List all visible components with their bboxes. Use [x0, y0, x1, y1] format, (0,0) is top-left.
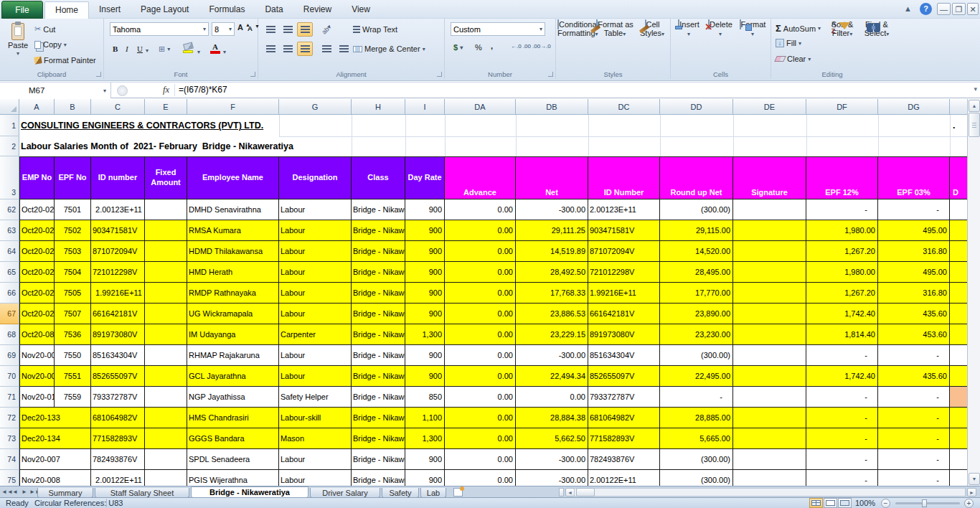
cell-DB65[interactable]: 28,492.50	[516, 262, 588, 283]
autosum-button[interactable]: ΣAutoSum▾	[776, 23, 821, 34]
cell-DB72[interactable]: 28,884.38	[516, 408, 588, 428]
cell-I75[interactable]: 900	[405, 470, 445, 486]
cell-A73[interactable]: Dec20-134	[19, 428, 91, 449]
cell-DB74[interactable]: -300.00	[516, 449, 588, 470]
cell-DD70[interactable]: 22,495.00	[660, 366, 733, 387]
horizontal-scrollbar[interactable]	[574, 488, 966, 497]
cell-E75[interactable]	[145, 470, 187, 486]
cell-I62[interactable]: 900	[405, 199, 445, 220]
cell-G66[interactable]: Labour	[279, 283, 352, 304]
cell-DD72[interactable]: 28,885.00	[660, 408, 733, 428]
sheet-tab-bridge-nikaweratiya[interactable]: Bridge - Nikaweratiya	[191, 486, 308, 498]
ribbon-tab-formulas[interactable]: Formulas	[199, 1, 255, 19]
cell-A71[interactable]: Nov20-01	[19, 387, 55, 408]
cell-H72[interactable]: Bridge - Nikawe	[352, 408, 405, 428]
align-top-button[interactable]	[263, 22, 278, 37]
underline-button[interactable]: U	[137, 44, 143, 53]
cell-DG64[interactable]: 316.80	[878, 241, 950, 262]
cell-C72[interactable]: 681064982V	[91, 408, 145, 428]
cell-F75[interactable]: PGIS Wijerathna	[187, 470, 279, 486]
zoom-slider-thumb[interactable]	[922, 499, 927, 507]
font-dialog-launcher-icon[interactable]	[250, 72, 255, 77]
cell-G67[interactable]: Labour	[279, 304, 352, 324]
cell-DC74[interactable]: 782493876V	[588, 449, 660, 470]
col-header-H[interactable]: H	[352, 99, 405, 115]
cell-DH68[interactable]	[950, 324, 967, 345]
fill-button[interactable]: ↓Fill▾	[776, 39, 801, 47]
cell-A69[interactable]: Nov20-00	[19, 345, 55, 366]
cell-G68[interactable]: Carpenter	[279, 324, 352, 345]
insert-worksheet-icon[interactable]	[453, 488, 463, 497]
cell-H62[interactable]: Bridge - Nikawe	[352, 199, 405, 220]
cell-A65[interactable]: Oct20-025	[19, 262, 55, 283]
cell-E71[interactable]	[145, 387, 187, 408]
cell-B68[interactable]: 7536	[55, 324, 91, 345]
sheet-tab-safety[interactable]: Safety	[382, 488, 419, 498]
bold-button[interactable]: B	[113, 44, 118, 53]
cell-DE75[interactable]	[733, 470, 806, 486]
underline-dropdown-icon[interactable]: ▾	[146, 47, 149, 54]
align-center-button[interactable]	[280, 42, 296, 56]
header-cell-F[interactable]: Employee Name	[187, 156, 279, 199]
cell-DA63[interactable]: 0.00	[445, 220, 516, 241]
accounting-format-button[interactable]: $▾	[453, 43, 463, 52]
number-dialog-launcher-icon[interactable]	[548, 72, 553, 77]
cell-styles-button[interactable]: Cell Styles▾	[633, 20, 672, 67]
cell-F63[interactable]: RMSA Kumara	[187, 220, 279, 241]
cell-C75[interactable]: 2.00122E+11	[91, 470, 145, 486]
name-box[interactable]: M67 ▾	[0, 83, 111, 98]
cell-C66[interactable]: 1.99216E+11	[91, 283, 145, 304]
cell-DB63[interactable]: 29,111.25	[516, 220, 588, 241]
cell-F66[interactable]: RMDP Rathnayaka	[187, 283, 279, 304]
cell-H69[interactable]: Bridge - Nikawe	[352, 345, 405, 366]
format-as-table-button[interactable]: Format as Table▾	[595, 20, 634, 67]
cell-C65[interactable]: 721012298V	[91, 262, 145, 283]
row-header-3[interactable]: 3	[0, 156, 19, 199]
cell-DA69[interactable]: 0.00	[445, 345, 516, 366]
cell-E69[interactable]	[145, 345, 187, 366]
header-cell-E[interactable]: Fixed Amount	[145, 156, 187, 199]
select-all-corner[interactable]	[0, 99, 19, 115]
cell-B62[interactable]: 7501	[55, 199, 91, 220]
cell-C69[interactable]: 851634304V	[91, 345, 145, 366]
cell-DF75[interactable]: -	[806, 470, 878, 486]
cell-F72[interactable]: HMS Chandrasiri	[187, 408, 279, 428]
cell-DB64[interactable]: 14,519.89	[516, 241, 588, 262]
col-header-DB[interactable]: DB	[516, 99, 588, 115]
horizontal-scroll-thumb[interactable]	[576, 488, 595, 497]
cell-A67[interactable]: Oct20-028	[19, 304, 55, 324]
first-sheet-icon[interactable]: ◄◄	[1, 488, 10, 497]
cell-H63[interactable]: Bridge - Nikawe	[352, 220, 405, 241]
cell-DD75[interactable]: (300.00)	[660, 470, 733, 486]
cell-DG70[interactable]: 435.60	[878, 366, 950, 387]
cell-DA71[interactable]: 0.00	[445, 387, 516, 408]
cell-DC62[interactable]: 2.00123E+11	[588, 199, 660, 220]
row-header-2[interactable]: 2	[0, 136, 19, 156]
fill-color-dropdown-icon[interactable]: ▾	[197, 49, 200, 55]
cell-E63[interactable]	[145, 220, 187, 241]
row-header-73[interactable]: 73	[0, 428, 19, 449]
col-header-DF[interactable]: DF	[806, 99, 878, 115]
row-header-67[interactable]: 67	[0, 304, 19, 324]
cell-I67[interactable]: 900	[405, 304, 445, 324]
format-painter-button[interactable]: Format Painter	[34, 56, 96, 65]
cell-DF69[interactable]: -	[806, 345, 878, 366]
cell-H74[interactable]: Bridge - Nikawe	[352, 449, 405, 470]
ribbon-tab-home[interactable]: Home	[44, 1, 89, 19]
col-header-I[interactable]: I	[405, 99, 445, 115]
cell-DF65[interactable]: 1,980.00	[806, 262, 878, 283]
cell-DG74[interactable]: -	[878, 449, 950, 470]
cell-I71[interactable]: 850	[405, 387, 445, 408]
cell-DH65[interactable]	[950, 262, 967, 283]
conditional-formatting-button[interactable]: Conditional Formatting▾	[557, 20, 596, 67]
cell-DG66[interactable]: 316.80	[878, 283, 950, 304]
cell-H70[interactable]: Bridge - Nikawe	[352, 366, 405, 387]
cell-A63[interactable]: Oct20-022	[19, 220, 55, 241]
cell-B66[interactable]: 7505	[55, 283, 91, 304]
cell-G63[interactable]: Labour	[279, 220, 352, 241]
cell-DF73[interactable]: -	[806, 428, 878, 449]
cell-DH63[interactable]	[950, 220, 967, 241]
cell-H71[interactable]: Bridge - Nikawe	[352, 387, 405, 408]
col-header-B[interactable]: B	[55, 99, 91, 115]
cell-DG67[interactable]: 435.60	[878, 304, 950, 324]
